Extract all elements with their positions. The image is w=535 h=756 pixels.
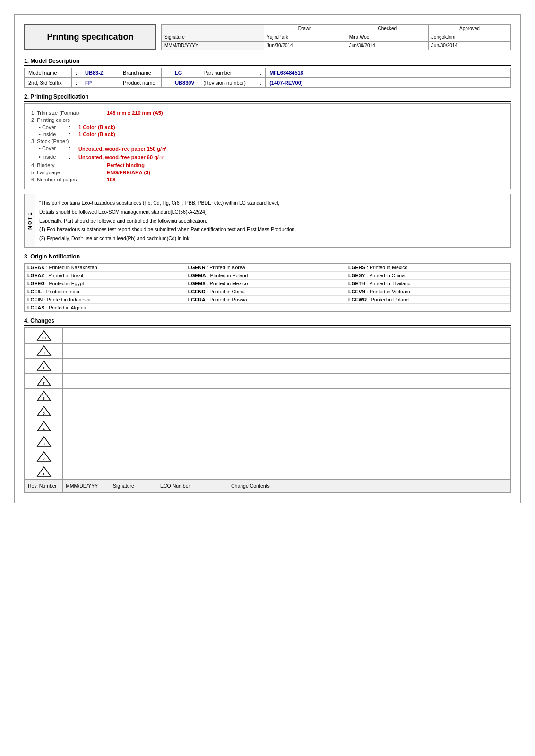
origin-row: LGEAZ : Printed in Brazil LGEMA : Printe… xyxy=(25,271,510,279)
changes-row: 3 xyxy=(25,434,510,449)
changes-row: 5 xyxy=(25,404,510,419)
origin-row: LGEIL : Printed in India LGEND : Printed… xyxy=(25,287,510,295)
changes-row: 10 xyxy=(25,328,510,343)
section1-title: 1. Model Description xyxy=(24,58,511,66)
spec-row-printing-colors: 2. Printing colors xyxy=(31,117,504,123)
spec-row-inside-stock: • Inside : Uncoated, wood-free paper 60 … xyxy=(31,154,504,161)
header-info-table: Drawn Checked Approved Signature Yujin.P… xyxy=(161,24,511,50)
changes-table: 10 9 8 7 6 5 4 3 xyxy=(25,328,510,493)
changes-col-rev: Rev. Number xyxy=(25,479,63,492)
origin-row: LGEAS : Printed in Algeria xyxy=(25,303,510,311)
note-box: NOTE "This part contains Eco-hazardous s… xyxy=(24,194,511,248)
spec-row-cover-stock: • Cover : Uncoated, wood-free paper 150 … xyxy=(31,146,504,153)
header: Printing specification Drawn Checked App… xyxy=(24,24,511,50)
note-content: "This part contains Eco-hazardous substa… xyxy=(35,194,510,247)
page: Printing specification Drawn Checked App… xyxy=(14,14,521,503)
section4-title: 4. Changes xyxy=(24,318,511,326)
changes-col-contents: Change Contents xyxy=(228,479,510,492)
document-title: Printing specification xyxy=(24,24,156,50)
changes-wrapper: 10 9 8 7 6 5 4 3 xyxy=(24,327,511,493)
spec-row-cover-color: • Cover : 1 Color (Black) xyxy=(31,124,504,130)
spec-row-trim: 1. Trim size (Format) : 148 mm x 210 mm … xyxy=(31,110,504,116)
changes-col-date: MMM/DD/YYY xyxy=(63,479,110,492)
changes-row: 7 xyxy=(25,373,510,388)
spec-row-inside-color: • Inside : 1 Color (Black) xyxy=(31,131,504,137)
changes-row: 8 xyxy=(25,358,510,373)
changes-row: 2 xyxy=(25,449,510,464)
spec-row-stock: 3. Stock (Paper) xyxy=(31,138,504,144)
spec-row-bindery: 4. Bindery : Perfect binding xyxy=(31,163,504,168)
changes-footer-row: Rev. Number MMM/DD/YYY Signature ECO Num… xyxy=(25,479,510,492)
origin-row: LGEEG : Printed in Egypt LGEMX : Printed… xyxy=(25,279,510,287)
section3-title: 3. Origin Notification xyxy=(24,253,511,261)
spec-row-language: 5. Language : ENG/FRE/ARA (3) xyxy=(31,170,504,175)
changes-row: 1 xyxy=(25,464,510,479)
changes-col-eco: ECO Number xyxy=(157,479,228,492)
section2-title: 2. Printing Specification xyxy=(24,94,511,102)
model-table: Model name : UB83-Z Brand name : LG Part… xyxy=(24,68,511,88)
origin-table-wrapper: LGEAK : Printed in Kazakhstan LGEKR : Pr… xyxy=(24,263,511,312)
origin-row: LGEAK : Printed in Kazakhstan LGEKR : Pr… xyxy=(25,264,510,272)
changes-row: 6 xyxy=(25,388,510,404)
note-side-label: NOTE xyxy=(25,194,35,247)
changes-row: 9 xyxy=(25,343,510,358)
spec-row-pages: 6. Number of pages : 108 xyxy=(31,177,504,182)
origin-table: LGEAK : Printed in Kazakhstan LGEKR : Pr… xyxy=(25,264,510,311)
spec-box: 1. Trim size (Format) : 148 mm x 210 mm … xyxy=(24,103,511,189)
changes-row: 4 xyxy=(25,419,510,434)
origin-row: LGEIN : Printed in Indonesia LGERA : Pri… xyxy=(25,295,510,303)
changes-col-sig: Signature xyxy=(110,479,157,492)
